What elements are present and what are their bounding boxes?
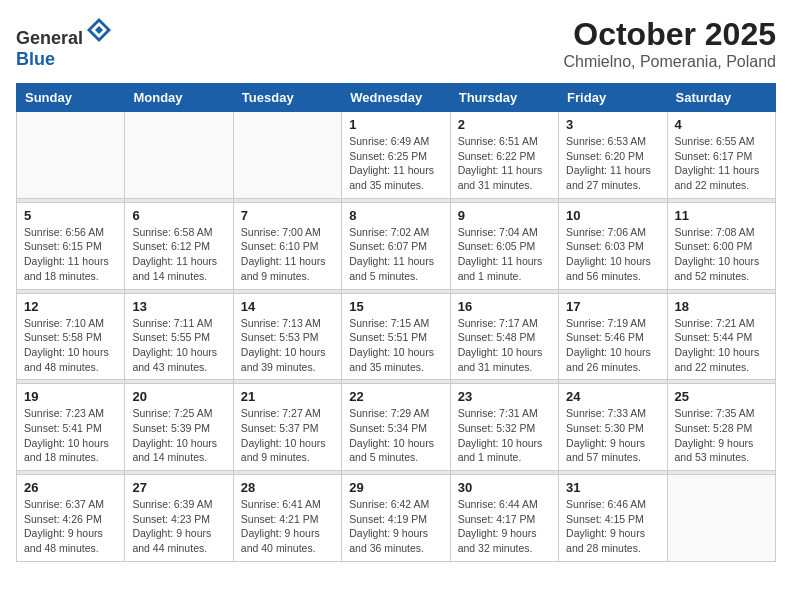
day-info: Sunrise: 6:41 AM Sunset: 4:21 PM Dayligh… <box>241 497 334 556</box>
day-number: 12 <box>24 299 117 314</box>
day-number: 6 <box>132 208 225 223</box>
weekday-header-monday: Monday <box>125 84 233 112</box>
day-cell: 14Sunrise: 7:13 AM Sunset: 5:53 PM Dayli… <box>233 293 341 380</box>
day-cell <box>667 475 775 562</box>
day-info: Sunrise: 7:27 AM Sunset: 5:37 PM Dayligh… <box>241 406 334 465</box>
day-info: Sunrise: 7:17 AM Sunset: 5:48 PM Dayligh… <box>458 316 551 375</box>
weekday-header-row: SundayMondayTuesdayWednesdayThursdayFrid… <box>17 84 776 112</box>
day-number: 16 <box>458 299 551 314</box>
page-header: General Blue October 2025 Chmielno, Pome… <box>16 16 776 71</box>
day-cell: 4Sunrise: 6:55 AM Sunset: 6:17 PM Daylig… <box>667 112 775 199</box>
day-info: Sunrise: 6:53 AM Sunset: 6:20 PM Dayligh… <box>566 134 659 193</box>
day-info: Sunrise: 6:55 AM Sunset: 6:17 PM Dayligh… <box>675 134 768 193</box>
week-row-3: 19Sunrise: 7:23 AM Sunset: 5:41 PM Dayli… <box>17 384 776 471</box>
day-cell: 15Sunrise: 7:15 AM Sunset: 5:51 PM Dayli… <box>342 293 450 380</box>
day-info: Sunrise: 7:10 AM Sunset: 5:58 PM Dayligh… <box>24 316 117 375</box>
weekday-header-wednesday: Wednesday <box>342 84 450 112</box>
day-cell: 19Sunrise: 7:23 AM Sunset: 5:41 PM Dayli… <box>17 384 125 471</box>
day-cell <box>17 112 125 199</box>
day-number: 27 <box>132 480 225 495</box>
day-number: 26 <box>24 480 117 495</box>
day-cell: 27Sunrise: 6:39 AM Sunset: 4:23 PM Dayli… <box>125 475 233 562</box>
day-info: Sunrise: 7:29 AM Sunset: 5:34 PM Dayligh… <box>349 406 442 465</box>
day-cell: 6Sunrise: 6:58 AM Sunset: 6:12 PM Daylig… <box>125 202 233 289</box>
day-info: Sunrise: 7:13 AM Sunset: 5:53 PM Dayligh… <box>241 316 334 375</box>
logo-general: General <box>16 28 83 48</box>
day-cell: 8Sunrise: 7:02 AM Sunset: 6:07 PM Daylig… <box>342 202 450 289</box>
day-info: Sunrise: 7:02 AM Sunset: 6:07 PM Dayligh… <box>349 225 442 284</box>
day-cell: 18Sunrise: 7:21 AM Sunset: 5:44 PM Dayli… <box>667 293 775 380</box>
day-number: 11 <box>675 208 768 223</box>
day-number: 31 <box>566 480 659 495</box>
day-number: 18 <box>675 299 768 314</box>
weekday-header-saturday: Saturday <box>667 84 775 112</box>
title-block: October 2025 Chmielno, Pomerania, Poland <box>563 16 776 71</box>
day-cell: 2Sunrise: 6:51 AM Sunset: 6:22 PM Daylig… <box>450 112 558 199</box>
weekday-header-tuesday: Tuesday <box>233 84 341 112</box>
day-info: Sunrise: 7:15 AM Sunset: 5:51 PM Dayligh… <box>349 316 442 375</box>
day-cell: 11Sunrise: 7:08 AM Sunset: 6:00 PM Dayli… <box>667 202 775 289</box>
day-cell: 29Sunrise: 6:42 AM Sunset: 4:19 PM Dayli… <box>342 475 450 562</box>
week-row-1: 5Sunrise: 6:56 AM Sunset: 6:15 PM Daylig… <box>17 202 776 289</box>
day-number: 28 <box>241 480 334 495</box>
day-number: 14 <box>241 299 334 314</box>
day-number: 19 <box>24 389 117 404</box>
day-cell <box>125 112 233 199</box>
logo: General Blue <box>16 16 113 70</box>
day-cell: 25Sunrise: 7:35 AM Sunset: 5:28 PM Dayli… <box>667 384 775 471</box>
day-cell: 9Sunrise: 7:04 AM Sunset: 6:05 PM Daylig… <box>450 202 558 289</box>
day-cell: 17Sunrise: 7:19 AM Sunset: 5:46 PM Dayli… <box>559 293 667 380</box>
day-number: 7 <box>241 208 334 223</box>
day-number: 22 <box>349 389 442 404</box>
calendar: SundayMondayTuesdayWednesdayThursdayFrid… <box>16 83 776 562</box>
week-row-0: 1Sunrise: 6:49 AM Sunset: 6:25 PM Daylig… <box>17 112 776 199</box>
day-number: 4 <box>675 117 768 132</box>
logo-blue: Blue <box>16 49 55 69</box>
day-cell <box>233 112 341 199</box>
day-cell: 20Sunrise: 7:25 AM Sunset: 5:39 PM Dayli… <box>125 384 233 471</box>
day-number: 9 <box>458 208 551 223</box>
day-number: 13 <box>132 299 225 314</box>
week-row-4: 26Sunrise: 6:37 AM Sunset: 4:26 PM Dayli… <box>17 475 776 562</box>
location-title: Chmielno, Pomerania, Poland <box>563 53 776 71</box>
day-info: Sunrise: 7:21 AM Sunset: 5:44 PM Dayligh… <box>675 316 768 375</box>
day-number: 24 <box>566 389 659 404</box>
week-row-2: 12Sunrise: 7:10 AM Sunset: 5:58 PM Dayli… <box>17 293 776 380</box>
day-number: 5 <box>24 208 117 223</box>
logo-text: General Blue <box>16 16 113 70</box>
day-number: 3 <box>566 117 659 132</box>
day-number: 29 <box>349 480 442 495</box>
day-cell: 23Sunrise: 7:31 AM Sunset: 5:32 PM Dayli… <box>450 384 558 471</box>
logo-icon <box>85 16 113 44</box>
weekday-header-friday: Friday <box>559 84 667 112</box>
day-cell: 30Sunrise: 6:44 AM Sunset: 4:17 PM Dayli… <box>450 475 558 562</box>
day-info: Sunrise: 7:25 AM Sunset: 5:39 PM Dayligh… <box>132 406 225 465</box>
day-info: Sunrise: 7:31 AM Sunset: 5:32 PM Dayligh… <box>458 406 551 465</box>
day-info: Sunrise: 7:11 AM Sunset: 5:55 PM Dayligh… <box>132 316 225 375</box>
month-title: October 2025 <box>563 16 776 53</box>
day-cell: 12Sunrise: 7:10 AM Sunset: 5:58 PM Dayli… <box>17 293 125 380</box>
day-number: 21 <box>241 389 334 404</box>
day-number: 23 <box>458 389 551 404</box>
weekday-header-thursday: Thursday <box>450 84 558 112</box>
day-cell: 1Sunrise: 6:49 AM Sunset: 6:25 PM Daylig… <box>342 112 450 199</box>
day-number: 1 <box>349 117 442 132</box>
weekday-header-sunday: Sunday <box>17 84 125 112</box>
day-info: Sunrise: 7:08 AM Sunset: 6:00 PM Dayligh… <box>675 225 768 284</box>
day-info: Sunrise: 7:35 AM Sunset: 5:28 PM Dayligh… <box>675 406 768 465</box>
day-info: Sunrise: 6:39 AM Sunset: 4:23 PM Dayligh… <box>132 497 225 556</box>
day-info: Sunrise: 7:19 AM Sunset: 5:46 PM Dayligh… <box>566 316 659 375</box>
day-info: Sunrise: 6:51 AM Sunset: 6:22 PM Dayligh… <box>458 134 551 193</box>
day-cell: 28Sunrise: 6:41 AM Sunset: 4:21 PM Dayli… <box>233 475 341 562</box>
day-info: Sunrise: 6:37 AM Sunset: 4:26 PM Dayligh… <box>24 497 117 556</box>
day-info: Sunrise: 6:44 AM Sunset: 4:17 PM Dayligh… <box>458 497 551 556</box>
day-number: 8 <box>349 208 442 223</box>
day-number: 30 <box>458 480 551 495</box>
day-number: 17 <box>566 299 659 314</box>
day-cell: 22Sunrise: 7:29 AM Sunset: 5:34 PM Dayli… <box>342 384 450 471</box>
day-info: Sunrise: 7:00 AM Sunset: 6:10 PM Dayligh… <box>241 225 334 284</box>
day-cell: 3Sunrise: 6:53 AM Sunset: 6:20 PM Daylig… <box>559 112 667 199</box>
day-info: Sunrise: 6:46 AM Sunset: 4:15 PM Dayligh… <box>566 497 659 556</box>
day-cell: 13Sunrise: 7:11 AM Sunset: 5:55 PM Dayli… <box>125 293 233 380</box>
day-info: Sunrise: 7:33 AM Sunset: 5:30 PM Dayligh… <box>566 406 659 465</box>
